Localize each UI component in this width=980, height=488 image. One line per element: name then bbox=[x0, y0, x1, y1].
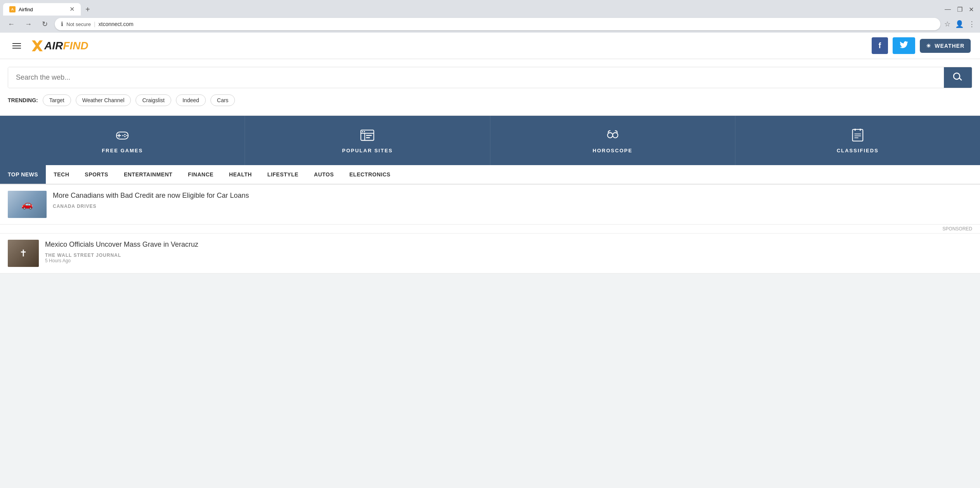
back-button[interactable]: ← bbox=[5, 19, 18, 30]
weather-button[interactable]: ☀ WEATHER bbox=[920, 39, 971, 53]
tab-lifestyle[interactable]: LIFESTYLE bbox=[260, 165, 306, 184]
svg-point-4 bbox=[124, 134, 125, 135]
tab-favicon: A bbox=[9, 6, 16, 12]
quick-link-popular-sites[interactable]: POPULAR SITES bbox=[245, 116, 490, 165]
article-2-time: 5 Hours Ago bbox=[45, 258, 972, 263]
trending-tag-cars[interactable]: Cars bbox=[210, 94, 235, 106]
forward-button[interactable]: → bbox=[22, 19, 35, 30]
account-icon[interactable]: 👤 bbox=[955, 20, 964, 28]
news-item[interactable]: More Canadians with Bad Credit are now E… bbox=[0, 185, 980, 225]
address-bar[interactable]: ℹ Not secure | xtconnect.com bbox=[55, 18, 940, 30]
logo-icon bbox=[32, 40, 43, 51]
gamepad-icon bbox=[115, 127, 130, 143]
quick-links: FREE GAMES POPULAR SITES HOROSC bbox=[0, 116, 980, 165]
svg-point-15 bbox=[607, 132, 612, 138]
article-1-source: CANADA DRIVES bbox=[53, 204, 972, 209]
quick-link-free-games[interactable]: FREE GAMES bbox=[0, 116, 245, 165]
news-tabs: TOP NEWS TECH SPORTS ENTERTAINMENT FINAN… bbox=[0, 165, 980, 185]
info-icon: ℹ bbox=[61, 21, 63, 28]
hamburger-menu[interactable] bbox=[9, 40, 24, 52]
news-list: More Canadians with Bad Credit are now E… bbox=[0, 185, 980, 274]
tab-autos[interactable]: AUTOS bbox=[306, 165, 342, 184]
weather-label: WEATHER bbox=[935, 43, 964, 49]
hamburger-line bbox=[12, 43, 21, 44]
trending-tag-craigslist[interactable]: Craigslist bbox=[136, 94, 171, 106]
refresh-button[interactable]: ↻ bbox=[39, 18, 51, 30]
article-2-content: Mexico Officials Uncover Mass Grave in V… bbox=[45, 240, 972, 263]
hamburger-line bbox=[12, 45, 21, 46]
quick-link-horoscope[interactable]: HOROSCOPE bbox=[490, 116, 735, 165]
address-icons: ☆ 👤 ⋮ bbox=[944, 20, 975, 28]
news-item[interactable]: Mexico Officials Uncover Mass Grave in V… bbox=[0, 234, 980, 274]
svg-point-12 bbox=[364, 131, 365, 132]
horoscope-label: HOROSCOPE bbox=[593, 148, 632, 153]
search-section: TRENDING: Target Weather Channel Craigsl… bbox=[0, 59, 980, 116]
facebook-button[interactable]: f bbox=[872, 37, 888, 54]
browser-icon bbox=[360, 127, 375, 143]
logo-air-text: AIR bbox=[44, 40, 63, 52]
twitter-icon bbox=[900, 41, 908, 48]
svg-marker-0 bbox=[32, 40, 43, 51]
tab-title: Airfind bbox=[19, 7, 33, 12]
article-1-title: More Canadians with Bad Credit are now E… bbox=[53, 191, 972, 200]
address-bar-row: ← → ↻ ℹ Not secure | xtconnect.com ☆ 👤 ⋮ bbox=[0, 16, 980, 33]
hamburger-line bbox=[12, 48, 21, 49]
url-display: xtconnect.com bbox=[99, 21, 134, 27]
svg-point-5 bbox=[126, 135, 127, 136]
article-2-source: THE WALL STREET JOURNAL bbox=[45, 253, 972, 258]
tab-finance[interactable]: FINANCE bbox=[180, 165, 221, 184]
new-tab-button[interactable]: + bbox=[82, 3, 93, 16]
security-label: Not secure bbox=[66, 21, 91, 27]
trending-row: TRENDING: Target Weather Channel Craigsl… bbox=[8, 94, 972, 106]
classifieds-label: CLASSIFIEDS bbox=[837, 148, 879, 153]
tab-health[interactable]: HEALTH bbox=[221, 165, 260, 184]
sponsored-label: SPONSORED bbox=[0, 225, 980, 234]
weather-sun-icon: ☀ bbox=[926, 43, 931, 49]
svg-rect-17 bbox=[853, 129, 863, 141]
tab-close-button[interactable]: ✕ bbox=[70, 6, 75, 12]
search-icon bbox=[953, 72, 963, 81]
maximize-button[interactable]: ❐ bbox=[957, 6, 963, 13]
tab-top-news[interactable]: TOP NEWS bbox=[0, 165, 46, 184]
svg-rect-14 bbox=[366, 137, 370, 138]
title-bar: A Airfind ✕ + — ❐ ✕ bbox=[0, 0, 980, 16]
svg-point-11 bbox=[362, 131, 363, 132]
svg-point-16 bbox=[613, 132, 618, 138]
twitter-button[interactable] bbox=[893, 37, 915, 54]
bookmark-icon[interactable]: ☆ bbox=[944, 20, 950, 28]
svg-point-7 bbox=[122, 135, 123, 136]
free-games-label: FREE GAMES bbox=[102, 148, 143, 153]
svg-rect-18 bbox=[855, 129, 856, 131]
popular-sites-label: POPULAR SITES bbox=[342, 148, 393, 153]
browser-tab[interactable]: A Airfind ✕ bbox=[3, 3, 81, 16]
trending-label: TRENDING: bbox=[8, 97, 38, 103]
search-input[interactable] bbox=[8, 67, 944, 88]
close-button[interactable]: ✕ bbox=[969, 6, 974, 13]
logo-find-text: FIND bbox=[63, 40, 88, 52]
article-1-thumbnail bbox=[8, 191, 47, 218]
search-button[interactable] bbox=[944, 67, 972, 88]
tab-entertainment[interactable]: ENTERTAINMENT bbox=[116, 165, 180, 184]
trending-tag-weather-channel[interactable]: Weather Channel bbox=[76, 94, 131, 106]
search-bar bbox=[8, 67, 972, 88]
quick-link-classifieds[interactable]: CLASSIFIEDS bbox=[735, 116, 980, 165]
minimize-button[interactable]: — bbox=[945, 6, 951, 13]
page-content: AIRFIND f ☀ WEATHER bbox=[0, 33, 980, 274]
browser-menu-icon[interactable]: ⋮ bbox=[968, 20, 975, 28]
svg-rect-13 bbox=[366, 135, 372, 136]
article-2-thumbnail bbox=[8, 240, 39, 267]
window-controls: — ❐ ✕ bbox=[945, 6, 977, 13]
browser-chrome: A Airfind ✕ + — ❐ ✕ ← → ↻ ℹ Not secure |… bbox=[0, 0, 980, 33]
url-separator: | bbox=[94, 21, 96, 27]
tab-sports[interactable]: SPORTS bbox=[77, 165, 116, 184]
tab-electronics[interactable]: ELECTRONICS bbox=[342, 165, 398, 184]
tab-tech[interactable]: TECH bbox=[46, 165, 77, 184]
classifieds-icon bbox=[850, 127, 865, 143]
trending-tag-target[interactable]: Target bbox=[43, 94, 71, 106]
article-1-content: More Canadians with Bad Credit are now E… bbox=[53, 191, 972, 209]
article-2-title: Mexico Officials Uncover Mass Grave in V… bbox=[45, 240, 972, 249]
news-section: TOP NEWS TECH SPORTS ENTERTAINMENT FINAN… bbox=[0, 165, 980, 274]
site-logo[interactable]: AIRFIND bbox=[32, 40, 89, 52]
site-header: AIRFIND f ☀ WEATHER bbox=[0, 33, 980, 59]
trending-tag-indeed[interactable]: Indeed bbox=[176, 94, 206, 106]
